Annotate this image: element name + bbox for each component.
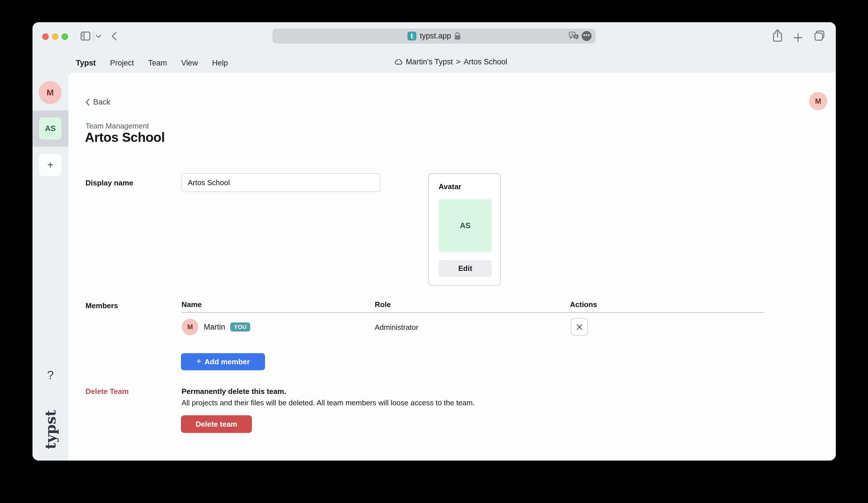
close-icon: [576, 324, 583, 331]
delete-warning-title: Permanently delete this team.: [182, 387, 286, 396]
chevron-down-icon[interactable]: [96, 35, 101, 38]
add-member-label: Add member: [205, 357, 250, 366]
team-management-page: Back M Team Management Artos School Disp…: [69, 73, 836, 461]
menu-help[interactable]: Help: [212, 59, 228, 67]
svg-text:文: 文: [575, 35, 578, 38]
breadcrumb-current: Artos School: [464, 57, 507, 66]
sidebar-item-team-artos-school[interactable]: AS: [39, 117, 62, 139]
add-member-button[interactable]: + Add member: [181, 353, 265, 370]
edit-avatar-button[interactable]: Edit: [438, 260, 492, 277]
avatar-card-label: Avatar: [438, 182, 461, 191]
page-title: Artos School: [85, 129, 165, 145]
table-header-divider: [182, 312, 764, 313]
new-tab-icon[interactable]: [793, 33, 803, 42]
plus-icon: +: [196, 356, 201, 367]
browser-window: t typst.app A 文 •••: [32, 22, 836, 461]
back-button[interactable]: Back: [85, 98, 110, 106]
delete-team-button[interactable]: Delete team: [181, 415, 252, 433]
section-label: Team Management: [85, 122, 149, 130]
breadcrumb-separator: >: [456, 57, 461, 66]
breadcrumb: Martin's Typst > Artos School: [395, 57, 507, 66]
you-badge: YOU: [230, 322, 250, 332]
workspace-sidebar: M AS + ? typst: [32, 73, 69, 461]
member-role: Administrator: [375, 323, 418, 332]
typst-logo: typst: [42, 410, 59, 449]
zoom-window-button[interactable]: [62, 33, 68, 40]
svg-text:A: A: [571, 32, 574, 36]
column-header-name: Name: [182, 300, 202, 309]
url-text: typst.app: [420, 32, 451, 40]
back-label: Back: [93, 98, 110, 106]
page-more-icon[interactable]: •••: [582, 31, 592, 41]
menu-team[interactable]: Team: [148, 59, 167, 67]
close-window-button[interactable]: [42, 33, 49, 40]
delete-warning-body: All projects and their files will be del…: [182, 398, 475, 407]
add-team-button[interactable]: +: [39, 154, 62, 176]
minimize-window-button[interactable]: [52, 33, 59, 40]
site-favicon: t: [407, 32, 416, 40]
members-label: Members: [85, 301, 118, 310]
tab-overview-icon[interactable]: [814, 31, 825, 41]
display-name-input[interactable]: [181, 173, 380, 192]
plus-icon: +: [47, 159, 53, 171]
account-avatar[interactable]: M: [809, 92, 827, 110]
menu-view[interactable]: View: [181, 59, 198, 67]
remove-member-button[interactable]: [571, 318, 588, 336]
menu-typst[interactable]: Typst: [76, 59, 96, 67]
column-header-role: Role: [375, 300, 391, 309]
avatar-card: Avatar AS Edit: [428, 173, 501, 286]
column-header-actions: Actions: [570, 300, 597, 309]
team-avatar-preview: AS: [438, 199, 492, 252]
browser-chrome: t typst.app A 文 •••: [32, 22, 836, 73]
address-bar[interactable]: t typst.app A 文 •••: [272, 29, 596, 44]
browser-back-icon[interactable]: [111, 32, 117, 41]
sidebar-toggle-icon[interactable]: [81, 32, 90, 40]
help-icon[interactable]: ?: [32, 368, 69, 382]
toolbar-divider: [93, 31, 94, 42]
member-avatar: M: [182, 319, 198, 335]
display-name-label: Display name: [85, 179, 133, 187]
cloud-icon: [395, 59, 403, 65]
app-menubar: Typst Project Team View Help: [76, 59, 228, 67]
delete-team-section-label: Delete Team: [85, 387, 128, 396]
member-name: Martin: [204, 323, 225, 332]
breadcrumb-workspace[interactable]: Martin's Typst: [406, 57, 453, 66]
lock-icon: [455, 32, 461, 40]
share-icon[interactable]: [773, 29, 782, 42]
translate-icon[interactable]: A 文: [569, 32, 579, 41]
chevron-left-icon: [85, 98, 90, 106]
sidebar-user-avatar[interactable]: M: [39, 81, 62, 104]
menu-project[interactable]: Project: [110, 59, 134, 67]
